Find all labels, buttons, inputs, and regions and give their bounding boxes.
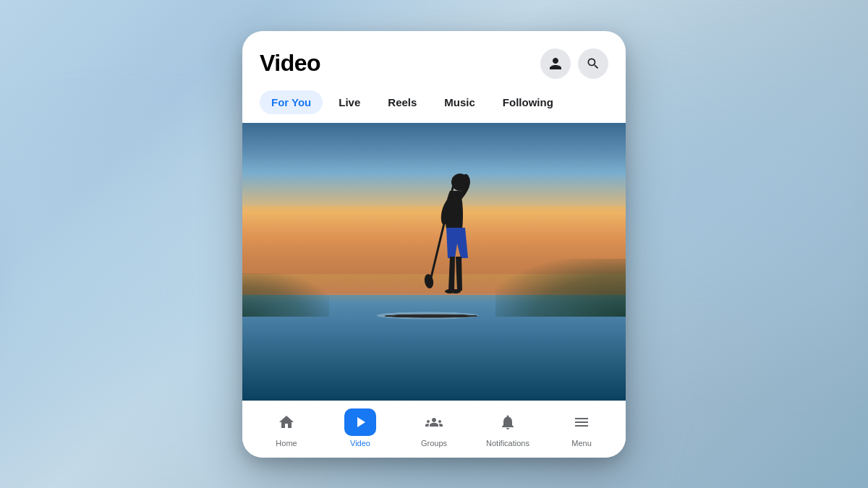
video-icon-wrap <box>344 408 376 436</box>
trees-right <box>495 259 626 317</box>
tab-for-you[interactable]: For You <box>260 90 323 114</box>
bell-icon <box>499 414 516 431</box>
menu-icon <box>573 414 590 431</box>
menu-icon-wrap <box>566 408 597 436</box>
tabs-bar: For You Live Reels Music Following <box>242 86 626 123</box>
tab-live[interactable]: Live <box>327 90 372 114</box>
nav-groups[interactable]: Groups <box>412 408 456 448</box>
header-icons <box>540 48 608 79</box>
nav-menu[interactable]: Menu <box>560 408 603 448</box>
home-label: Home <box>276 439 297 448</box>
person-icon <box>548 56 563 71</box>
person-silhouette <box>408 164 495 312</box>
notifications-label: Notifications <box>486 439 529 448</box>
tab-music[interactable]: Music <box>433 90 487 114</box>
home-icon <box>278 414 295 431</box>
bottom-navigation: Home Video Groups No <box>242 401 626 458</box>
nav-home[interactable]: Home <box>265 408 308 448</box>
svg-point-4 <box>423 273 434 289</box>
tab-reels[interactable]: Reels <box>376 90 428 114</box>
profile-button[interactable] <box>540 48 571 79</box>
video-thumbnail <box>242 123 626 401</box>
groups-icon <box>425 414 443 431</box>
page-title: Video <box>260 50 320 77</box>
phone-card: Video For You Live Reels Music Following <box>242 31 626 458</box>
video-content[interactable] <box>242 123 626 401</box>
svg-point-3 <box>445 289 455 294</box>
search-icon <box>586 56 600 71</box>
menu-label: Menu <box>571 439 592 448</box>
home-icon-wrap <box>271 408 302 436</box>
trees-left <box>242 273 329 317</box>
tab-following[interactable]: Following <box>491 90 565 114</box>
bell-icon-wrap <box>492 408 524 436</box>
nav-notifications[interactable]: Notifications <box>486 408 529 448</box>
nav-video[interactable]: Video <box>339 408 382 448</box>
header: Video <box>242 31 626 86</box>
groups-icon-wrap <box>418 408 450 436</box>
video-label: Video <box>350 439 370 448</box>
search-button[interactable] <box>578 48 608 79</box>
video-play-icon <box>352 414 369 431</box>
groups-label: Groups <box>421 439 447 448</box>
